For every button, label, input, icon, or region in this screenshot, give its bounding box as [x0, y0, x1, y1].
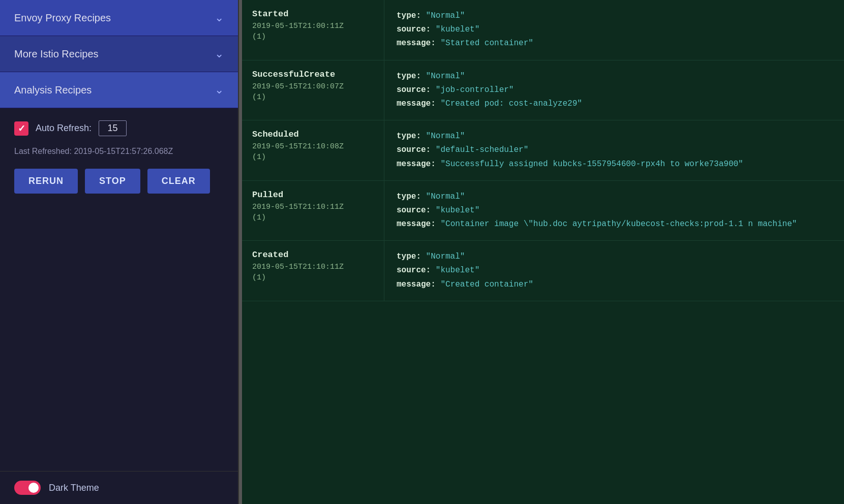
log-line: message: "Container image \"hub.doc aytr… [397, 217, 832, 231]
sidebar: Envoy Proxy Recipes ⌄ More Istio Recipes… [0, 0, 239, 504]
log-row: Pulled2019-05-15T21:10:11Z(1)type: "Norm… [242, 181, 844, 241]
log-value: "Normal" [426, 132, 465, 141]
log-key: message: [397, 99, 440, 108]
log-row: Created2019-05-15T21:10:11Z(1)type: "Nor… [242, 241, 844, 301]
log-line: source: "kubelet" [397, 23, 832, 37]
clear-button[interactable]: CLEAR [147, 169, 210, 194]
theme-toggle-bar: Dark Theme [0, 471, 238, 504]
auto-refresh-row: Auto Refresh: [14, 120, 224, 136]
log-line: message: "Started container" [397, 37, 832, 50]
log-event-cell: Created2019-05-15T21:10:11Z(1) [242, 241, 384, 301]
log-detail-cell: type: "Normal"source: "job-controller"me… [384, 60, 844, 120]
event-count: (1) [252, 153, 374, 162]
event-time: 2019-05-15T21:00:11Z [252, 22, 374, 30]
event-count: (1) [252, 33, 374, 41]
chevron-down-icon: ⌄ [215, 47, 224, 60]
event-name: Created [252, 250, 374, 260]
log-line: source: "kubelet" [397, 264, 832, 277]
chevron-down-icon: ⌄ [215, 83, 224, 97]
log-key: message: [397, 160, 440, 169]
log-row: Scheduled2019-05-15T21:10:08Z(1)type: "N… [242, 120, 844, 181]
log-row: SuccessfulCreate2019-05-15T21:00:07Z(1)t… [242, 60, 844, 121]
log-key: type: [397, 11, 426, 20]
log-value: "Normal" [426, 192, 465, 201]
auto-refresh-input[interactable] [99, 120, 127, 136]
sidebar-item-label: Envoy Proxy Recipes [14, 12, 111, 24]
sidebar-item-envoy-proxy-recipes[interactable]: Envoy Proxy Recipes ⌄ [0, 0, 238, 36]
sidebar-item-label: Analysis Recipes [14, 84, 92, 96]
log-line: message: "Successfully assigned kubcks-1… [397, 158, 832, 171]
log-value: "kubelet" [436, 266, 479, 275]
sidebar-item-label: More Istio Recipes [14, 48, 99, 60]
log-event-cell: SuccessfulCreate2019-05-15T21:00:07Z(1) [242, 60, 384, 120]
event-count: (1) [252, 213, 374, 222]
event-name: SuccessfulCreate [252, 70, 374, 79]
sidebar-item-analysis-recipes[interactable]: Analysis Recipes ⌄ [0, 72, 238, 108]
log-line: type: "Normal" [397, 250, 832, 264]
event-name: Started [252, 9, 374, 19]
log-key: source: [397, 25, 436, 34]
log-value: "Started container" [440, 39, 533, 48]
log-line: source: "default-scheduler" [397, 143, 832, 157]
auto-refresh-label: Auto Refresh: [36, 123, 92, 134]
log-value: "Successfully assigned kubcks-1557954600… [440, 160, 743, 169]
dark-theme-toggle[interactable] [14, 481, 41, 495]
log-key: message: [397, 219, 440, 229]
log-line: type: "Normal" [397, 9, 832, 23]
event-count: (1) [252, 93, 374, 102]
log-line: source: "kubelet" [397, 204, 832, 217]
log-detail-cell: type: "Normal"source: "kubelet"message: … [384, 241, 844, 301]
log-table: Started2019-05-15T21:00:11Z(1)type: "Nor… [242, 0, 844, 301]
log-key: message: [397, 39, 440, 48]
event-name: Pulled [252, 190, 374, 200]
dark-theme-label: Dark Theme [49, 483, 99, 493]
event-count: (1) [252, 273, 374, 282]
log-key: source: [397, 206, 436, 215]
event-time: 2019-05-15T21:00:07Z [252, 82, 374, 91]
log-key: source: [397, 145, 436, 154]
log-value: "Created pod: cost-analyze29" [440, 99, 582, 108]
log-event-cell: Started2019-05-15T21:00:11Z(1) [242, 0, 384, 60]
event-time: 2019-05-15T21:10:11Z [252, 203, 374, 211]
log-key: type: [397, 72, 426, 81]
log-key: source: [397, 85, 436, 94]
log-output-panel: Started2019-05-15T21:00:11Z(1)type: "Nor… [242, 0, 844, 504]
log-key: source: [397, 266, 436, 275]
rerun-button[interactable]: RERUN [14, 169, 78, 194]
log-line: message: "Created container" [397, 278, 832, 292]
log-key: message: [397, 280, 440, 289]
log-value: "Normal" [426, 11, 465, 20]
chevron-down-icon: ⌄ [215, 11, 224, 24]
log-value: "Created container" [440, 280, 533, 289]
log-key: type: [397, 132, 426, 141]
log-value: "Normal" [426, 252, 465, 261]
log-line: message: "Created pod: cost-analyze29" [397, 97, 832, 111]
log-value: "job-controller" [436, 85, 514, 94]
event-name: Scheduled [252, 130, 374, 139]
log-line: type: "Normal" [397, 130, 832, 143]
log-row: Started2019-05-15T21:00:11Z(1)type: "Nor… [242, 0, 844, 60]
log-detail-cell: type: "Normal"source: "default-scheduler… [384, 120, 844, 180]
log-value: "Normal" [426, 72, 465, 81]
log-detail-cell: type: "Normal"source: "kubelet"message: … [384, 0, 844, 60]
log-value: "Container image \"hub.doc aytripathy/ku… [440, 219, 797, 229]
log-key: type: [397, 192, 426, 201]
log-line: type: "Normal" [397, 190, 832, 204]
sidebar-item-more-istio-recipes[interactable]: More Istio Recipes ⌄ [0, 36, 238, 72]
log-event-cell: Scheduled2019-05-15T21:10:08Z(1) [242, 120, 384, 180]
auto-refresh-checkbox[interactable] [14, 121, 28, 136]
log-detail-cell: type: "Normal"source: "kubelet"message: … [384, 181, 844, 241]
log-key: type: [397, 252, 426, 261]
log-line: source: "job-controller" [397, 83, 832, 97]
controls-panel: Auto Refresh: Last Refreshed: 2019-05-15… [0, 108, 238, 206]
log-event-cell: Pulled2019-05-15T21:10:11Z(1) [242, 181, 384, 241]
log-line: type: "Normal" [397, 70, 832, 83]
log-value: "kubelet" [436, 25, 479, 34]
action-buttons: RERUN STOP CLEAR [14, 169, 224, 194]
log-value: "kubelet" [436, 206, 479, 215]
stop-button[interactable]: STOP [85, 169, 140, 194]
event-time: 2019-05-15T21:10:08Z [252, 142, 374, 151]
last-refreshed-text: Last Refreshed: 2019-05-15T21:57:26.068Z [14, 145, 224, 158]
event-time: 2019-05-15T21:10:11Z [252, 263, 374, 271]
log-value: "default-scheduler" [436, 145, 528, 154]
